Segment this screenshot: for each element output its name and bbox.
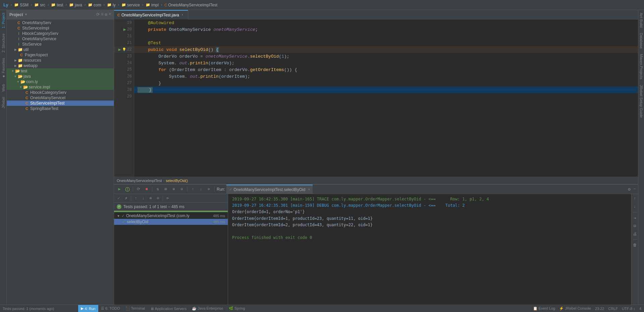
tree-item-comly[interactable]: ▼ 📂 com.ly [7, 79, 114, 84]
tree-item-stuServiceImplTest[interactable]: C StuServiceImplTest [7, 101, 114, 106]
sort-alpha-button[interactable]: ⇅ [154, 186, 161, 193]
breadcrumb-service[interactable]: 📁service [120, 3, 141, 7]
sync-icon[interactable]: ⟳ [96, 12, 100, 17]
tree-item-onetoManyService[interactable]: I OnetoManyService [7, 36, 114, 42]
bc-classname[interactable]: OnetoManyServiceImplTest [117, 179, 162, 183]
tab-java-icon: C [117, 13, 120, 17]
tree-item-hbookCategorySvc[interactable]: I HbookCategoryServ [7, 31, 114, 36]
right-tab-ant[interactable]: Ant Build [639, 10, 644, 30]
breadcrumb-impl[interactable]: 📁impl [144, 3, 160, 7]
test-collapse[interactable]: ⊖ [155, 195, 161, 202]
tree-item-java-test[interactable]: ▼ 📂 java [7, 74, 114, 79]
tree-item-onetoManyTest[interactable]: C OnetoManyServiceI [7, 95, 114, 101]
bottom-tab-todo[interactable]: ☰ 6: TODO [98, 305, 123, 312]
tree-item-hbooktest[interactable]: C HbookCategoryServ [7, 90, 114, 95]
test-expand[interactable]: ⊕ [147, 195, 154, 202]
sidebar-tab-favorites[interactable]: ★ Favorites [0, 55, 6, 81]
nav-up-button[interactable]: ↑ [190, 186, 196, 193]
run-minimize-button[interactable]: − [633, 187, 636, 192]
breadcrumb-src[interactable]: 📁src [33, 3, 47, 7]
bottom-tab-spring[interactable]: 🌿 Spring [226, 305, 248, 312]
test-nav-down[interactable]: ↓ [140, 195, 147, 202]
run-settings-button[interactable]: ⚙ [628, 187, 631, 192]
nav-down-button[interactable]: ↓ [198, 186, 204, 193]
settings-icon[interactable]: ⚙ [105, 12, 107, 17]
sidebar-tab-structure[interactable]: 2: Structure [1, 31, 6, 55]
breadcrumb-ly2[interactable]: 📁ly [106, 3, 117, 7]
bottom-tab-appservers[interactable]: 🖥 Application Servers [148, 305, 189, 312]
tree-item-springBaseTest[interactable]: C SpringBaseTest [7, 106, 114, 111]
test-nav-up[interactable]: ↑ [132, 195, 139, 202]
tree-item-stuService[interactable]: I StuService [7, 42, 114, 47]
run-tab-close[interactable]: × [308, 188, 310, 191]
top-breadcrumb-bar: Ly › 📁SSM › 📁src › 📁test › 📁java › 📁com … [0, 0, 644, 10]
run-side-clear[interactable]: 🗑 [632, 242, 638, 248]
right-tab-jrebel-setup[interactable]: JRebel Setup Guide [639, 82, 644, 120]
hide-icon[interactable]: × [109, 12, 111, 17]
rerun-button[interactable]: ⟳ [135, 186, 142, 193]
run-tab-active[interactable]: ✓ OnetoManyServiceImplTest.selectByOid × [226, 185, 313, 194]
run-side-print[interactable]: 🖨 [632, 231, 638, 237]
test-method-item[interactable]: ✓ selectByOid 485 ms [114, 219, 228, 225]
bottom-tab-terminal[interactable]: ⬛ Terminal [123, 305, 148, 312]
test-tree-panel: ✓ ✗ ↑ ↓ ⊕ ⊖ ⊳ ✓ Tests passed: 1 of 1 tes… [114, 194, 228, 305]
console-output: 2019-09-27 16:42:35.300 [main-165] TRACE… [228, 194, 631, 305]
bottom-tabs: ▶4: Run ☰ 6: TODO ⬛ Terminal 🖥 Applicati… [78, 305, 248, 312]
right-tab-maven[interactable]: Maven Projects [639, 51, 644, 82]
test-filter-button[interactable]: ✓ [115, 195, 122, 202]
breadcrumb-test[interactable]: 📁test [50, 3, 64, 7]
sort-duration-button[interactable]: ⊞ [162, 186, 169, 193]
breadcrumb-ly[interactable]: Ly [2, 2, 10, 7]
bottom-tab-run[interactable]: ▶4: Run [78, 305, 98, 312]
run-side-down[interactable]: ↓ [632, 203, 638, 210]
tree-item-util[interactable]: ▶ 📁 util [7, 47, 114, 52]
breadcrumb-ssm[interactable]: 📁SSM [13, 3, 30, 7]
run-icon-20[interactable]: ▶ [123, 27, 126, 32]
editor-tab-label: OnetoManyServiceImplTest.java [121, 13, 179, 17]
tab-close-button[interactable]: × [180, 13, 184, 17]
breadcrumb-file[interactable]: COnetoManyServiceImplTest [163, 3, 219, 7]
test-export[interactable]: ⊳ [164, 195, 171, 202]
bc-method[interactable]: selectByOid() [166, 179, 188, 183]
tree-item-pagerAspect[interactable]: C PagerAspect [7, 52, 114, 58]
tree-item-onetoManyServ[interactable]: C OnetoManyServ [7, 20, 114, 25]
status-eventlog[interactable]: 📋 Event Log [533, 306, 555, 311]
run-side-up[interactable]: ↑ [632, 195, 638, 202]
status-jrebel-console[interactable]: ⚡ JRebel Console [559, 306, 591, 311]
tree-item-resources[interactable]: ▶ 📁 resources [7, 58, 114, 63]
bulb-icon-22[interactable]: 💡 [122, 48, 126, 52]
gutter-line-23: 23 [114, 53, 134, 60]
run-debug-button[interactable] [124, 186, 131, 193]
collapse-button[interactable]: ⊖ [178, 186, 185, 193]
main-layout: 1: Project 2: Structure ★ Favorites Web … [0, 10, 644, 305]
console-line-3: Order{orderId=1, orderNo='p1'} [232, 209, 627, 215]
right-tab-database[interactable]: Database [639, 30, 644, 51]
export-button[interactable]: ⊳ [206, 186, 212, 193]
breadcrumb-java[interactable]: 📁java [68, 3, 84, 7]
tree-item-serviceimpl[interactable]: ▼ 📂 service.impl [7, 84, 114, 90]
editor-tab-main[interactable]: C OnetoManyServiceImplTest.java × [114, 10, 188, 19]
svg-point-2 [127, 190, 128, 191]
test-status-bar: ✓ Tests passed: 1 of 1 test – 485 ms [114, 203, 228, 211]
run-icon-22[interactable]: ▶ [118, 47, 121, 52]
run-side-wrap[interactable]: ⇥ [632, 214, 638, 221]
bottom-tab-javaenterprise[interactable]: ☕ Java Enterprise [189, 305, 226, 312]
sidebar-tab-web[interactable]: Web [1, 81, 6, 94]
tree-item-test[interactable]: ▼ 📂 test [7, 68, 114, 74]
tree-item-webapp[interactable]: ▶ 📁 webapp [7, 63, 114, 68]
expand-button[interactable]: ⊕ [170, 186, 177, 193]
project-dropdown-icon[interactable]: ▼ [25, 13, 27, 16]
test-method-pass-icon: ✓ [122, 220, 125, 224]
code-editor[interactable]: @Autowired private OnetoManyService onet… [134, 19, 638, 177]
status-bar-right: 📋 Event Log ⚡ JRebel Console 23:22 CRLF … [533, 306, 641, 311]
test-class-item[interactable]: ▼ ✓ OnetoManyServiceImplTest (com.ly 485… [114, 213, 228, 219]
run-side-filter[interactable]: ⊟ [632, 223, 638, 229]
tree-item-stuServiceImpl[interactable]: C StuServiceImpl [7, 25, 114, 31]
run-play-button[interactable]: ▶ [116, 186, 123, 193]
collapse-icon[interactable]: ≡ [101, 12, 103, 17]
test-filter-failed[interactable]: ✗ [123, 195, 129, 202]
sidebar-tab-project[interactable]: 1: Project [1, 10, 6, 31]
sidebar-tab-jrebel[interactable]: JRebel [1, 94, 6, 111]
stop-button[interactable]: ■ [143, 186, 150, 193]
breadcrumb-com[interactable]: 📁com [87, 3, 103, 7]
